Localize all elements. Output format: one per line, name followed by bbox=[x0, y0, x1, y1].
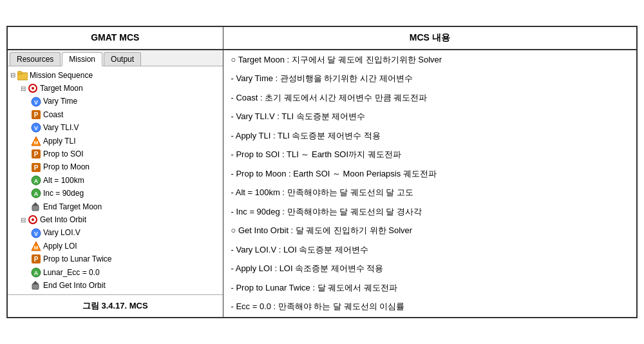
tree-item-end-orbit[interactable]: End Get Into Orbit bbox=[10, 279, 220, 292]
tree-item-get-into-orbit[interactable]: ⊟ Get Into Orbit bbox=[10, 213, 220, 226]
svg-text:M: M bbox=[34, 245, 39, 251]
achieve-icon: A bbox=[31, 267, 41, 278]
content-row: - Vary Time : 관성비행을 하기위한 시간 제어변수 bbox=[223, 69, 637, 88]
svg-text:P: P bbox=[34, 151, 39, 158]
content-row: - Coast : 초기 궤도에서 시간 제어변수 만큼 궤도전파 bbox=[223, 88, 637, 108]
vary-icon: V bbox=[31, 228, 41, 238]
tree-item-apply-loi[interactable]: M Apply LOI bbox=[10, 240, 220, 253]
tree-item-prop-moon[interactable]: P Prop to Moon bbox=[10, 160, 220, 173]
svg-text:A: A bbox=[34, 178, 39, 184]
tree-item-apply-tli[interactable]: M Apply TLI bbox=[10, 135, 220, 148]
svg-text:P: P bbox=[34, 111, 39, 119]
svg-text:P: P bbox=[34, 256, 39, 263]
folder-icon bbox=[17, 70, 28, 81]
figure-caption: 그림 3.4.17. MCS bbox=[8, 294, 223, 317]
svg-text:A: A bbox=[34, 191, 39, 197]
content-row: - Vary LOI.V : LOI 속도증분 제어변수 bbox=[223, 240, 637, 260]
svg-rect-20 bbox=[32, 205, 39, 211]
svg-rect-1 bbox=[17, 72, 22, 74]
tree-item-vary-loiv[interactable]: V Vary LOI.V bbox=[10, 226, 220, 239]
svg-rect-32 bbox=[32, 284, 39, 289]
tree-item-mission-sequence[interactable]: ⊟ Mission Sequence bbox=[10, 69, 220, 82]
content-row: - Apply LOI : LOI 속조증분 제어변수 적용 bbox=[223, 259, 637, 278]
tree-label: Mission Sequence bbox=[30, 69, 93, 82]
left-panel: Resources Mission Output ⊟ Mission Seque… bbox=[7, 50, 223, 318]
end-icon bbox=[31, 280, 41, 291]
main-table: GMAT MCS MCS 내용 Resources Mission Output… bbox=[6, 26, 638, 319]
content-row: - Vary TLI.V : TLI 속도증분 제어변수 bbox=[223, 107, 637, 126]
tab-mission[interactable]: Mission bbox=[62, 52, 102, 66]
tree-item-coast[interactable]: P Coast bbox=[10, 108, 220, 121]
expand-icon: ⊟ bbox=[21, 83, 26, 94]
propagate-icon: P bbox=[31, 162, 41, 173]
tree-label: Inc = 90deg bbox=[43, 187, 84, 200]
mission-tree: ⊟ Mission Sequence ⊟ bbox=[8, 66, 223, 295]
content-row: ○ Target Moon : 지구에서 달 궤도에 진입하기위한 Solver bbox=[223, 50, 637, 70]
maneuver-icon: M bbox=[31, 241, 41, 251]
tree-label: Vary TLI.V bbox=[43, 121, 79, 134]
tree-label: Apply LOI bbox=[43, 240, 77, 253]
right-panel: ○ Target Moon : 지구에서 달 궤도에 진입하기위한 Solver… bbox=[223, 50, 637, 318]
left-header: GMAT MCS bbox=[7, 26, 223, 50]
tree-item-prop-lunar[interactable]: P Prop to Lunar Twice bbox=[10, 253, 220, 265]
tree-label: Vary LOI.V bbox=[43, 226, 80, 239]
svg-text:P: P bbox=[34, 164, 39, 171]
tree-label: End Get Into Orbit bbox=[43, 279, 106, 292]
tree-label: Apply TLI bbox=[43, 135, 75, 148]
target-icon bbox=[28, 83, 38, 93]
content-row: - Apply TLI : TLI 속도증분 제어변수 적용 bbox=[223, 126, 637, 146]
tree-item-vary-tliv[interactable]: V Vary TLI.V bbox=[10, 121, 220, 134]
tree-item-prop-soi[interactable]: P Prop to SOI bbox=[10, 148, 220, 160]
propagate-icon: P bbox=[31, 254, 41, 264]
propagate-icon: P bbox=[31, 149, 41, 159]
propagate-icon: P bbox=[31, 110, 41, 120]
content-table: ○ Target Moon : 지구에서 달 궤도에 진입하기위한 Solver… bbox=[223, 50, 637, 316]
vary-icon: V bbox=[31, 122, 41, 133]
tree-label: Prop to Lunar Twice bbox=[43, 253, 112, 265]
end-icon bbox=[31, 202, 41, 212]
svg-marker-33 bbox=[32, 281, 39, 284]
tree-item-lunar-ecc[interactable]: A Lunar_Ecc = 0.0 bbox=[10, 266, 220, 279]
tree-label: Alt = 100km bbox=[43, 174, 84, 187]
tab-bar: Resources Mission Output bbox=[8, 50, 223, 66]
tab-resources[interactable]: Resources bbox=[10, 52, 61, 66]
achieve-icon: A bbox=[31, 188, 41, 198]
tree-label: Lunar_Ecc = 0.0 bbox=[43, 266, 100, 279]
tree-label: Prop to SOI bbox=[43, 148, 84, 160]
maneuver-icon: M bbox=[31, 136, 41, 146]
content-row: - Prop to Lunar Twice : 달 궤도에서 궤도전파 bbox=[223, 278, 637, 298]
svg-marker-21 bbox=[32, 202, 39, 205]
right-header: MCS 내용 bbox=[223, 26, 637, 50]
svg-text:A: A bbox=[34, 270, 39, 276]
tree-label: Target Moon bbox=[40, 82, 83, 95]
tree-item-end-target[interactable]: End Target Moon bbox=[10, 200, 220, 213]
content-row: - Ecc = 0.0 : 만족해야 하는 달 궤도선의 이심률 bbox=[223, 297, 637, 316]
content-row: - Prop to SOI : TLI ～ Earth SOI까지 궤도전파 bbox=[223, 145, 637, 164]
tree-label: Vary Time bbox=[43, 95, 77, 108]
svg-text:V: V bbox=[34, 125, 38, 131]
tree-label: Get Into Orbit bbox=[40, 213, 86, 226]
vary-icon: V bbox=[31, 97, 41, 107]
svg-text:M: M bbox=[34, 140, 39, 146]
content-row: ○ Get Into Orbit : 달 궤도에 진입하기 위한 Solver bbox=[223, 221, 637, 240]
tree-item-alt[interactable]: A Alt = 100km bbox=[10, 174, 220, 187]
tree-label: Coast bbox=[43, 108, 63, 121]
expand-icon: ⊟ bbox=[21, 215, 26, 225]
tab-output[interactable]: Output bbox=[104, 52, 141, 66]
svg-point-23 bbox=[32, 218, 34, 221]
content-row: - Prop to Moon : Earth SOI ～ Moon Periap… bbox=[223, 164, 637, 184]
svg-text:V: V bbox=[34, 231, 38, 237]
tree-item-inc[interactable]: A Inc = 90deg bbox=[10, 187, 220, 200]
achieve-icon: A bbox=[31, 175, 41, 186]
content-row: - Alt = 100km : 만족해야하는 달 궤도선의 달 고도 bbox=[223, 183, 637, 202]
svg-text:V: V bbox=[34, 99, 38, 106]
tree-item-target-moon[interactable]: ⊟ Target Moon bbox=[10, 82, 220, 95]
content-row: - Inc = 90deg : 만족해야하는 달 궤도선의 달 경사각 bbox=[223, 202, 637, 222]
target-icon bbox=[28, 215, 38, 225]
tree-item-vary-time[interactable]: V Vary Time bbox=[10, 95, 220, 108]
tree-label: End Target Moon bbox=[43, 200, 102, 213]
tree-label: Prop to Moon bbox=[43, 160, 90, 173]
expand-icon: ⊟ bbox=[10, 70, 15, 81]
svg-point-3 bbox=[32, 87, 34, 90]
